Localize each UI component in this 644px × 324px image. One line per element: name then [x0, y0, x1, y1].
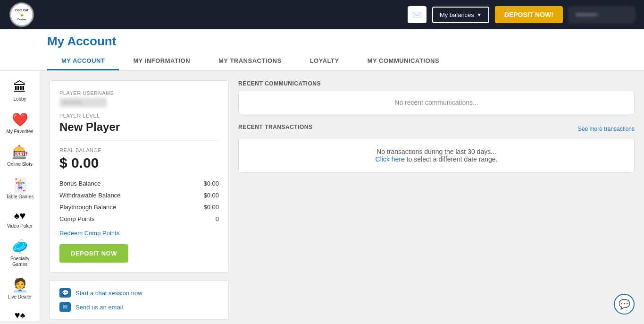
email-icon: ✉ [59, 302, 71, 312]
svg-text:🐱: 🐱 [20, 13, 24, 17]
sidebar-item-label-video-poker: Video Poker [7, 223, 33, 229]
my-balances-label: My balances [440, 11, 474, 18]
my-balances-button[interactable]: My balances ▼ [432, 7, 489, 23]
account-card: PLAYER USERNAME •••••••• PLAYER LEVEL Ne… [50, 80, 229, 273]
mail-icon-wrap[interactable]: ✉️ [408, 6, 427, 23]
sidebar-item-label-specialty-games: Specialty Games [2, 256, 37, 267]
tab-my-information[interactable]: MY INFORMATION [119, 52, 204, 70]
withdrawable-balance-row: Withdrawable Balance $0.00 [59, 189, 219, 201]
left-panel: PLAYER USERNAME •••••••• PLAYER LEVEL Ne… [50, 80, 229, 311]
specialty-games-icon: 🥏 [12, 239, 28, 255]
player-level-label: PLAYER LEVEL [59, 113, 219, 119]
chat-link[interactable]: 💬 Start a chat session now [59, 288, 219, 298]
email-link[interactable]: ✉ Send us an email [59, 302, 219, 312]
table-games-icon: 🃏 [12, 177, 28, 193]
sidebar-item-label-lobby: Lobby [13, 96, 26, 102]
slots-icon: 🎰 [12, 145, 28, 160]
recent-communications-empty: No recent communications... [394, 99, 478, 106]
support-card: 💬 Start a chat session now ✉ Send us an … [50, 280, 229, 320]
player-username-value: •••••••• [59, 98, 107, 107]
header: Cool Cat 🐱 Casino ✉️ My balances ▼ DEPOS… [0, 0, 644, 29]
page-title: My Account [47, 34, 635, 49]
sidebar-item-video-poker[interactable]: ♠♥ Video Poker [0, 206, 40, 233]
bonus-balance-label: Bonus Balance [59, 180, 100, 187]
bonus-balance-value: $0.00 [203, 180, 219, 187]
select-date-text: to select a different date range. [405, 155, 498, 163]
comp-points-value: 0 [216, 215, 219, 222]
deposit-now-header-button[interactable]: DEPOSIT NOW! [495, 6, 563, 23]
main-layout: 🏛 Lobby ❤️ My Favorites 🎰 Online Slots 🃏… [0, 71, 644, 321]
lobby-icon: 🏛 [13, 79, 26, 95]
comp-points-row: Comp Points 0 [59, 213, 219, 225]
sidebar-item-table-games[interactable]: 🃏 Table Games [0, 173, 40, 204]
right-panel: RECENT COMMUNICATIONS No recent communic… [238, 80, 635, 311]
sidebar-item-label-table-games: Table Games [6, 194, 34, 200]
sidebar: 🏛 Lobby ❤️ My Favorites 🎰 Online Slots 🃏… [0, 71, 40, 321]
playthrough-balance-row: Playthrough Balance $0.00 [59, 201, 219, 213]
sidebar-item-label-slots: Online Slots [7, 162, 33, 167]
sidebar-item-specialty-games[interactable]: 🥏 Specialty Games [0, 235, 40, 271]
recent-communications-title: RECENT COMMUNICATIONS [238, 80, 635, 87]
live-dealer-icon: 🧑‍💼 [12, 277, 28, 293]
withdrawable-balance-label: Withdrawable Balance [59, 192, 120, 199]
recent-communications-box: No recent communications... [238, 91, 635, 114]
chevron-down-icon: ▼ [477, 12, 482, 17]
page-title-bar: My Account MY ACCOUNT MY INFORMATION MY … [0, 29, 644, 71]
sidebar-item-label-favorites: My Favorites [6, 129, 33, 135]
sidebar-item-online-slots[interactable]: 🎰 Online Slots [0, 141, 40, 171]
playthrough-balance-value: $0.00 [203, 204, 219, 211]
deposit-now-button[interactable]: DEPOSIT NOW [59, 244, 128, 263]
tab-loyalty[interactable]: LOYALTY [296, 52, 353, 70]
svg-text:Casino: Casino [17, 18, 26, 21]
logo-image: Cool Cat 🐱 Casino [9, 2, 34, 27]
sidebar-item-live-dealer[interactable]: 🧑‍💼 Live Dealer [0, 273, 40, 304]
mail-icon: ✉️ [412, 10, 422, 19]
favorites-icon: ❤️ [12, 112, 28, 128]
click-here-link[interactable]: Click here [376, 155, 405, 163]
sidebar-item-label-live-dealer: Live Dealer [8, 294, 32, 300]
recent-transactions-header: RECENT TRANSACTIONS See more transaction… [238, 124, 635, 134]
content-area: PLAYER USERNAME •••••••• PLAYER LEVEL Ne… [40, 71, 644, 321]
recent-transactions-box: No transactions during the last 30 days.… [238, 138, 635, 173]
recent-transactions-title: RECENT TRANSACTIONS [238, 124, 313, 130]
bonus-balance-row: Bonus Balance $0.00 [59, 178, 219, 189]
playthrough-balance-label: Playthrough Balance [59, 204, 116, 211]
username-display: •••••••••• [569, 7, 635, 23]
tabs: MY ACCOUNT MY INFORMATION MY TRANSACTION… [47, 52, 635, 70]
transactions-empty-message: No transactions during the last 30 days.… [248, 148, 625, 163]
chat-link-label: Start a chat session now [75, 290, 142, 297]
svg-text:Cool Cat: Cool Cat [15, 9, 28, 12]
tab-my-transactions[interactable]: MY TRANSACTIONS [204, 52, 296, 70]
tab-my-communications[interactable]: MY COMMUNICATIONS [353, 52, 453, 70]
sidebar-item-my-favorites[interactable]: ❤️ My Favorites [0, 108, 40, 138]
chat-bubble-icon: 💬 [619, 298, 630, 310]
all-games-icon: ♥♠ [15, 310, 25, 321]
player-level-value: New Player [59, 120, 219, 141]
sidebar-item-lobby[interactable]: 🏛 Lobby [0, 76, 40, 106]
video-poker-icon: ♠♥ [14, 210, 26, 222]
header-right: ✉️ My balances ▼ DEPOSIT NOW! •••••••••• [408, 6, 635, 23]
tab-my-account[interactable]: MY ACCOUNT [47, 52, 119, 70]
chat-icon: 💬 [59, 288, 71, 298]
logo: Cool Cat 🐱 Casino [9, 2, 34, 27]
real-balance-value: $ 0.00 [59, 155, 219, 171]
chat-bubble[interactable]: 💬 [614, 294, 635, 315]
email-link-label: Send us an email [75, 304, 123, 311]
withdrawable-balance-value: $0.00 [203, 192, 219, 199]
no-transactions-text: No transactions during the last 30 days.… [376, 148, 496, 155]
see-more-transactions-link[interactable]: See more transactions [578, 126, 635, 132]
real-balance-label: REAL BALANCE [59, 147, 219, 153]
redeem-comp-points-link[interactable]: Redeem Comp Points [59, 230, 219, 237]
sidebar-item-all-games[interactable]: ♥♠ All Games [0, 306, 40, 321]
player-username-label: PLAYER USERNAME [59, 90, 219, 96]
comp-points-label: Comp Points [59, 215, 94, 222]
